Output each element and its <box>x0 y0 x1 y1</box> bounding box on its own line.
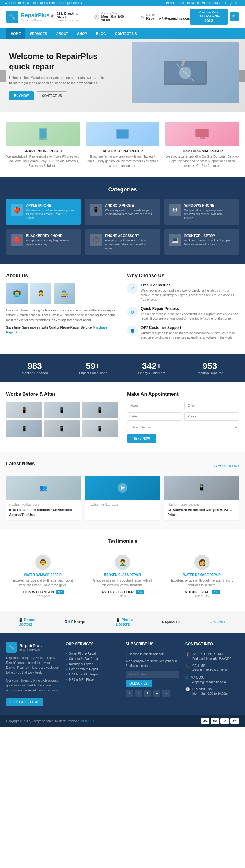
payment-mc: MC <box>211 718 219 724</box>
footer-service-6[interactable]: MP3 & MP4 Player <box>66 678 119 681</box>
news-author-1: Fletcher <box>9 503 19 506</box>
hero-description: Using original Manufacturer parts and co… <box>9 75 107 86</box>
hero-illustration <box>132 42 239 103</box>
category-apple[interactable]: 🍎 APPLE IPHONE We provide parts & replac… <box>6 199 81 225</box>
category-blackberry[interactable]: 🔴 BLACKBERRY PHONE We specialize & carry… <box>6 229 81 255</box>
about-link[interactable]: Purchase → RepairPlus <box>6 326 111 334</box>
header: 🔧 RepairPlus Experts in Repair 📍 321, Br… <box>0 6 245 28</box>
footer-purchase-btn[interactable]: PURCHASE THEME <box>6 699 43 706</box>
footer-email-input[interactable] <box>126 671 179 678</box>
service-img-desktop <box>165 122 239 146</box>
appt-phone-input[interactable] <box>184 412 239 421</box>
svg-rect-13 <box>198 139 206 140</box>
footer-service-5[interactable]: LCD & LED TV Repair <box>66 673 119 676</box>
footer-social-music[interactable]: ♪ <box>162 689 170 697</box>
social-google[interactable]: g+ <box>230 1 233 5</box>
footer-address-item: 📍 32, BREAKING STREE T, End-land, Newark… <box>185 652 239 661</box>
category-accessory[interactable]: 🎧 PHONE ACCESSORY Everything available i… <box>85 229 160 255</box>
service-img-smartphone <box>6 122 80 146</box>
category-android[interactable]: 📱 ANDROID PHONE We are equipped to fix a… <box>85 199 160 225</box>
nav-about[interactable]: ABOUT <box>51 28 73 39</box>
accessory-icon: 🎧 <box>90 234 102 246</box>
appt-email-input[interactable] <box>184 402 239 410</box>
nav-services[interactable]: SERVICES <box>25 28 51 39</box>
read-more-link[interactable]: READ MORE NEWS › <box>209 464 239 468</box>
main-nav: HOME SERVICES ABOUT SHOP BLOG CONTACT US <box>0 28 245 39</box>
header-info: 📍 321, Breaking Street Newark, USA 03921… <box>50 11 190 22</box>
why-item-repair: ⚙ Quick Repair Process The repair proces… <box>127 307 239 321</box>
hero-prev-arrow[interactable]: ‹ <box>0 70 6 82</box>
appt-date-input[interactable] <box>127 412 182 421</box>
footer-service-4[interactable]: Game System Repair <box>66 668 119 671</box>
nav-blog[interactable]: BLOG <box>91 28 111 39</box>
footer-subscribe-desc: We'd really like to share with your Mail… <box>126 659 179 668</box>
works-before-after: Works Before & After 📱 📱 📱 📱 📱 📱 <box>6 392 118 442</box>
footer-subscribe-btn[interactable]: SUBSCRIBE <box>126 680 152 687</box>
copyright-link[interactable]: BUILT BY <box>81 719 94 723</box>
category-windows[interactable]: ⊞ WINDOWS PHONE We specialize in repairi… <box>164 199 239 225</box>
top-bar: Welcome to RepairPlus Experts Theme for … <box>0 0 245 6</box>
footer-subscribe-title: SUBSCRIBE US <box>126 642 179 648</box>
top-bar-link-home[interactable]: HOME <box>166 1 175 5</box>
mail-email: Repairifix@Repairplus.com <box>146 17 190 20</box>
hero-title: Welcome to RepairPlus quick repair <box>9 51 107 72</box>
category-laptop[interactable]: 💻 DESKTOP LAPTOP We have all types of de… <box>164 229 239 255</box>
social-facebook[interactable]: f <box>225 1 226 5</box>
search-button[interactable]: 🔍 <box>230 12 239 21</box>
stat-customers-number: 342+ <box>138 361 165 371</box>
footer-social-facebook[interactable]: f <box>126 689 133 697</box>
footer-social-twitter[interactable]: t <box>135 689 142 697</box>
footer-logo: 🔧 RepairPlus Experts in Repair <box>6 642 60 653</box>
top-bar-link-docs[interactable]: Documentation <box>178 1 199 5</box>
copyright-bar: Copyright © 2017, Company name. All righ… <box>0 715 245 727</box>
work-img-3: 📱 <box>82 402 118 418</box>
social-pinterest[interactable]: p <box>239 1 240 5</box>
partner-5: ∞ INFINITI <box>209 620 227 624</box>
news-date-3: March 15, 2016 <box>181 503 200 506</box>
apple-icon: 🍎 <box>11 204 23 216</box>
about-img-2: 👩‍💼 <box>30 283 51 304</box>
news-img-3: 📱 <box>164 475 239 500</box>
footer-address: 32, BREAKING STREE T, <box>192 653 227 656</box>
footer-social-linkedin[interactable]: in <box>153 689 161 697</box>
appt-service-select[interactable]: Select Service <box>127 423 239 432</box>
logo-text-container: RepairPlus Experts in Repair <box>21 12 50 22</box>
top-bar-link-about[interactable]: About Extras <box>202 1 219 5</box>
footer-opening-item: 🕐 OPENING TIME: Mon - Sat: 8:00 to 18:00… <box>185 687 239 696</box>
footer-social-google[interactable]: G+ <box>144 689 151 697</box>
appt-send-button[interactable]: SEND NOW <box>127 434 156 442</box>
footer-location-icon: 📍 <box>185 652 190 656</box>
hero-next-arrow[interactable]: › <box>239 70 245 82</box>
partner-1: 📱 PhoneDoctorz <box>18 617 35 626</box>
nav-home[interactable]: HOME <box>6 28 25 39</box>
category-laptop-desc: We have all types of desktop laptop we h… <box>184 239 234 246</box>
nav-shop[interactable]: SHOP <box>73 28 91 39</box>
hero-contact-button[interactable]: CONTACT US <box>37 91 67 100</box>
social-linkedin[interactable]: in <box>235 1 237 5</box>
news-grid: 👥 Fletcher April 21, 2016 iPad Repairs F… <box>6 475 239 520</box>
testimonial-name-3: MITCHEL STAC <box>185 590 210 594</box>
footer-services-col: OUR SERVICES Smart Phone Repair Camera &… <box>66 642 119 706</box>
footer-service-1[interactable]: Smart Phone Repair <box>66 652 119 655</box>
category-windows-name: WINDOWS PHONE <box>184 204 234 207</box>
social-twitter[interactable]: t <box>227 1 228 5</box>
avatar-1: 👨 <box>35 555 51 570</box>
top-bar-right: HOME Documentation About Extras f t g+ i… <box>166 1 240 5</box>
payment-pp: PP <box>230 718 239 724</box>
footer-service-2[interactable]: Camera & iPad Repair <box>66 657 119 660</box>
testimonial-rating-2: 0.8 <box>136 590 144 594</box>
location-icon: 📍 <box>50 14 55 19</box>
news-img-2 <box>85 475 160 500</box>
why-desc-diagnostics: We check is a quick and easy way of chec… <box>141 288 239 302</box>
address-value: 321, Breaking Street <box>57 11 88 19</box>
testimonial-text-1: Excellent service and swift repair and I… <box>11 578 75 587</box>
opening-label: Opening Time <box>101 11 134 15</box>
svg-point-7 <box>42 138 44 140</box>
news-date-2: April 11, 2016 <box>101 503 118 506</box>
footer-about-col: 🔧 RepairPlus Experts in Repair RepairPlu… <box>6 642 60 706</box>
appt-name-input[interactable] <box>127 402 182 410</box>
logo-sub: Experts in Repair <box>21 19 50 22</box>
hero-buy-button[interactable]: BUY NOW <box>9 91 34 100</box>
footer-service-3[interactable]: Desktop & Laptop <box>66 662 119 666</box>
nav-contact[interactable]: CONTACT US <box>111 28 141 39</box>
